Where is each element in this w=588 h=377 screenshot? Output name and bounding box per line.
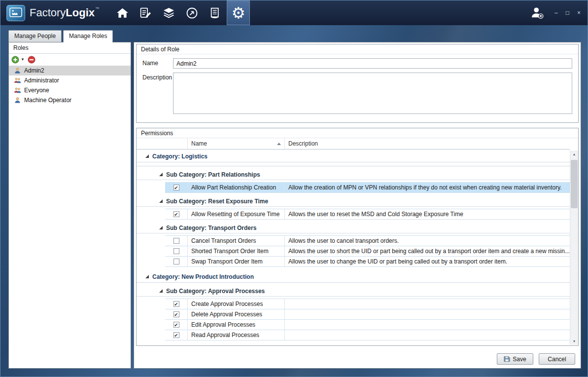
remove-role-button[interactable]	[28, 56, 35, 64]
role-list-item[interactable]: Everyone	[9, 85, 131, 95]
permission-row[interactable]: Allow Resetting of Exposure TimeAllows t…	[165, 209, 570, 220]
add-role-button[interactable]	[11, 56, 19, 64]
category-row[interactable]: Category: Logistics	[137, 151, 570, 162]
permission-row[interactable]: Delete Approval Processes	[165, 309, 570, 320]
cancel-label: Cancel	[548, 356, 566, 363]
collapse-icon[interactable]	[159, 199, 163, 203]
permission-checkbox[interactable]	[173, 311, 179, 317]
category-row[interactable]: Category: New Product Introduction	[137, 271, 570, 283]
factorylogix-logo-icon	[6, 5, 25, 21]
scroll-down-icon[interactable]: ▼	[570, 338, 578, 345]
save-button[interactable]: Save	[497, 353, 533, 365]
nav-planning-icon[interactable]	[134, 0, 157, 25]
nav-settings-icon[interactable]: ⚙	[227, 0, 250, 25]
nav-documents-icon[interactable]	[204, 0, 227, 25]
close-button[interactable]: ×	[577, 10, 581, 16]
subcategory-row[interactable]: Sub Category: Transport Orders	[137, 223, 570, 233]
maximize-button[interactable]: □	[566, 10, 569, 16]
permission-items: Create Approval ProcessesDelete Approval…	[165, 299, 570, 340]
checkbox-cell	[165, 330, 188, 340]
permission-description: Allows the user to reset the MSD and Col…	[285, 209, 570, 219]
name-column-label: Name	[191, 140, 207, 147]
checkbox-cell	[165, 309, 188, 319]
permission-row[interactable]: Cancel Transport OrdersAllows the user t…	[165, 236, 570, 246]
permission-checkbox[interactable]	[173, 301, 179, 307]
permission-name: Read Approval Processes	[188, 330, 285, 340]
permission-name: Create Approval Processes	[188, 299, 285, 309]
nav-home-icon[interactable]	[111, 0, 134, 25]
tab-manage-people[interactable]: Manage People	[8, 30, 62, 42]
user-account-icon[interactable]	[530, 5, 545, 20]
scrollbar-thumb[interactable]	[571, 160, 578, 208]
permission-row[interactable]: Shorted Transport Order ItemAllows the u…	[165, 246, 570, 257]
collapse-icon[interactable]	[145, 154, 149, 158]
subcategory-row[interactable]: Sub Category: Reset Exposure Time	[137, 196, 570, 207]
role-list-item[interactable]: Administrator	[9, 75, 131, 85]
role-list-item[interactable]: Machine Operator	[9, 95, 131, 105]
titlebar-nav: ⚙	[111, 0, 250, 25]
permission-name: Edit Approval Processes	[188, 320, 285, 330]
permission-description: Allows the user to short the UID or part…	[285, 246, 570, 256]
role-detail-area: Details of Role Name Description Permiss…	[134, 42, 581, 369]
subcategory-label: Sub Category: Part Relationships	[166, 171, 260, 178]
role-label: Machine Operator	[24, 97, 71, 104]
details-title: Details of Role	[137, 44, 578, 54]
permission-checkbox[interactable]	[173, 248, 179, 254]
permission-checkbox[interactable]	[173, 185, 179, 190]
permission-checkbox[interactable]	[173, 332, 179, 338]
subcategory-row[interactable]: Sub Category: Part Relationships	[137, 169, 570, 180]
checkbox-cell	[165, 183, 188, 192]
checkbox-cell	[165, 299, 188, 309]
collapse-icon[interactable]	[145, 275, 149, 278]
column-header-description[interactable]: Description	[285, 138, 570, 149]
permission-row[interactable]: Create Approval Processes	[165, 299, 570, 309]
permission-name: Delete Approval Processes	[188, 309, 285, 319]
permissions-title: Permissions	[137, 128, 578, 138]
permission-checkbox[interactable]	[173, 238, 179, 244]
permission-row[interactable]: Edit Approval Processes	[165, 320, 570, 330]
app-title: FactoryLogix™	[30, 6, 99, 19]
permission-checkbox[interactable]	[173, 211, 179, 217]
column-header-name[interactable]: Name	[188, 138, 285, 149]
permission-description	[285, 299, 570, 309]
permission-description	[285, 309, 570, 319]
collapse-icon[interactable]	[159, 226, 163, 229]
chevron-down-icon[interactable]: ▼	[21, 57, 25, 62]
clipped-row	[137, 162, 570, 166]
save-label: Save	[513, 356, 526, 363]
permission-name: Allow Part Relationship Creation	[188, 183, 285, 192]
roles-panel: Roles ▼ Admin2AdministratorEveryoneMachi…	[8, 42, 131, 369]
nav-dispatch-icon[interactable]	[180, 0, 204, 25]
tab-manage-roles[interactable]: Manage Roles	[63, 30, 113, 42]
permission-items: Allow Resetting of Exposure TimeAllows t…	[165, 209, 570, 220]
minimize-button[interactable]: –	[554, 10, 558, 16]
permission-checkbox[interactable]	[173, 322, 179, 328]
subcategory-row[interactable]: Sub Category: Barcode Templates	[137, 343, 570, 345]
scroll-up-icon[interactable]: ▲	[570, 151, 578, 158]
nav-materials-icon[interactable]	[157, 0, 180, 25]
subcategory-row[interactable]: Sub Category: Approval Processes	[137, 286, 570, 297]
footer-buttons: Save Cancel	[497, 353, 575, 365]
role-description-input[interactable]	[173, 73, 572, 114]
role-label: Administrator	[24, 77, 59, 84]
cancel-button[interactable]: Cancel	[539, 353, 575, 365]
role-list-item[interactable]: Admin2	[9, 66, 131, 75]
permission-checkbox[interactable]	[173, 259, 179, 264]
collapse-icon[interactable]	[159, 173, 163, 176]
roles-list: Admin2AdministratorEveryoneMachine Opera…	[9, 65, 131, 105]
brand-factory: Factory	[30, 6, 66, 19]
vertical-scrollbar[interactable]: ▲ ▼	[570, 151, 578, 345]
permission-row[interactable]: Allow Part Relationship CreationAllow th…	[165, 183, 570, 193]
column-header-spacer	[137, 138, 188, 149]
titlebar: FactoryLogix™ ⚙ – □ ×	[0, 0, 588, 25]
checkbox-cell	[165, 246, 188, 256]
sort-ascending-icon	[277, 143, 281, 145]
permission-row[interactable]: Swap Transport Order ItemAllows the user…	[165, 257, 570, 267]
category-label: Category: New Product Introduction	[152, 273, 254, 280]
name-label: Name	[142, 58, 173, 69]
collapse-icon[interactable]	[159, 289, 163, 293]
role-name-input[interactable]	[173, 58, 572, 69]
window-controls: – □ ×	[554, 10, 581, 16]
subcategory-label: Sub Category: Transport Orders	[166, 225, 256, 231]
permission-row[interactable]: Read Approval Processes	[165, 330, 570, 340]
